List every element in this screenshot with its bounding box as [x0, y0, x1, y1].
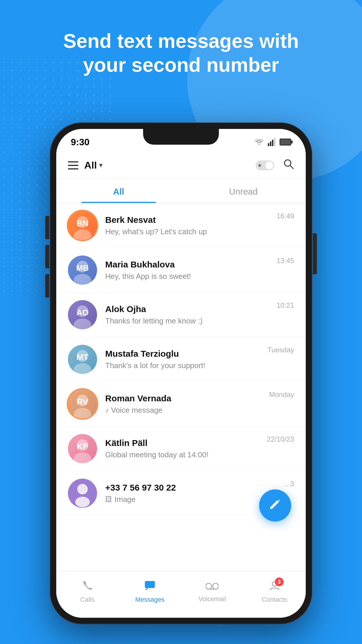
message-content: Berk Nesvat Hey, what's up? Let's catch …	[105, 215, 272, 236]
list-item[interactable]: BN Berk Nesvat Hey, what's up? Let's cat…	[56, 203, 306, 248]
svg-point-10	[74, 274, 91, 285]
tab-unread[interactable]: Unread	[181, 178, 306, 203]
battery-icon	[280, 139, 291, 146]
svg-text:MT: MT	[77, 353, 88, 362]
signal-icon	[268, 138, 276, 146]
svg-text:KP: KP	[77, 442, 88, 451]
message-time: Monday	[269, 389, 294, 399]
message-content: Maria Bukhalova Hey, this App is so swee…	[105, 260, 272, 281]
star-toggle[interactable]: ★	[256, 160, 274, 170]
message-time: 10:21	[277, 300, 294, 309]
message-content: Roman Vernada ♪ Voice message	[105, 393, 265, 415]
contacts-badge-container: 3	[269, 580, 280, 594]
avatar: BN	[68, 211, 97, 240]
message-content: Alok Ojha Thanks for letting me know :)	[105, 304, 272, 326]
message-time: 13:45	[277, 256, 294, 265]
svg-point-28	[213, 583, 219, 589]
message-preview: Thanks for letting me know :)	[105, 316, 272, 326]
star-icon: ★	[257, 162, 262, 169]
app-header: All ▾ ★	[56, 152, 306, 178]
message-name: Maria Bukhalova	[105, 260, 272, 270]
tab-all[interactable]: All	[56, 178, 181, 203]
list-item[interactable]: KP Kätlin Päll Global meeting today at 1…	[56, 426, 306, 471]
message-content: Kätlin Päll Global meeting today at 14:0…	[105, 438, 262, 459]
voice-icon: ♪	[105, 406, 109, 414]
nav-item-messages[interactable]: Messages	[119, 580, 181, 603]
svg-text:BN: BN	[77, 219, 88, 228]
svg-point-19	[74, 408, 91, 419]
tabs: All Unread	[56, 178, 306, 203]
message-preview: Hey, this App is so sweet!	[105, 272, 272, 281]
message-time: 22/10/23	[267, 434, 294, 443]
message-time: ...3	[284, 479, 294, 488]
avatar: AO	[68, 300, 97, 329]
nav-item-calls[interactable]: Calls	[56, 580, 119, 603]
message-name: Kätlin Päll	[105, 438, 262, 448]
message-content: Mustafa Terzioglu Thank's a lot for your…	[105, 349, 263, 370]
list-item[interactable]: AO Alok Ojha Thanks for letting me know …	[56, 293, 306, 337]
header-title-text: All	[84, 160, 97, 171]
svg-line-5	[290, 165, 293, 169]
message-preview: Thank's a lot for your support!	[105, 361, 263, 370]
message-name: +33 7 56 97 30 22	[105, 483, 280, 493]
message-time: Tuesday	[268, 345, 294, 354]
message-preview: Global meeting today at 14:00!	[105, 450, 262, 459]
list-item[interactable]: RV Roman Vernada ♪ Voice message Monday	[56, 382, 306, 426]
message-time: 16:49	[277, 211, 294, 220]
svg-rect-3	[274, 138, 275, 146]
nav-label-voicemail: Voicemail	[198, 595, 226, 603]
avatar: MB	[68, 256, 97, 285]
calls-icon	[82, 580, 93, 594]
message-preview: ♪ Voice message	[105, 406, 265, 415]
wifi-icon	[254, 138, 264, 146]
header-title[interactable]: All ▾	[84, 160, 102, 171]
avatar: RV	[68, 389, 97, 419]
message-name: Mustafa Terzioglu	[105, 349, 263, 359]
phone-screen: 9:30	[56, 129, 306, 618]
bottom-nav: Calls Messages	[56, 571, 306, 618]
search-button[interactable]	[283, 158, 294, 172]
header-right: ★	[256, 158, 294, 172]
svg-rect-0	[268, 143, 269, 146]
nav-label-contacts: Contacts	[262, 596, 287, 603]
phone-notch	[143, 129, 219, 145]
svg-point-13	[74, 318, 91, 329]
svg-text:AO: AO	[76, 308, 89, 317]
avatar: KP	[68, 434, 97, 463]
avatar	[68, 479, 97, 508]
message-name: Alok Ojha	[105, 304, 272, 314]
nav-item-contacts[interactable]: 3 Contacts	[243, 580, 306, 603]
message-preview: Hey, what's up? Let's catch up	[105, 227, 272, 236]
nav-label-messages: Messages	[135, 596, 164, 603]
voicemail-icon	[206, 580, 219, 593]
phone-mockup: 9:30	[50, 123, 312, 624]
status-icons	[254, 138, 291, 146]
hamburger-menu[interactable]	[68, 161, 78, 169]
svg-point-7	[74, 229, 91, 240]
svg-rect-26	[145, 581, 155, 588]
list-item[interactable]: MB Maria Bukhalova Hey, this App is so s…	[56, 248, 306, 293]
svg-rect-2	[272, 140, 273, 146]
svg-text:RV: RV	[77, 397, 88, 406]
image-icon: 🖼	[105, 495, 112, 503]
message-name: Roman Vernada	[105, 393, 265, 403]
status-time: 9:30	[71, 137, 89, 148]
svg-point-24	[77, 484, 88, 494]
messages-list: BN Berk Nesvat Hey, what's up? Let's cat…	[56, 203, 306, 571]
hero-text: Send text messages with your second numb…	[0, 29, 362, 77]
messages-icon	[144, 580, 155, 594]
dropdown-arrow: ▾	[99, 162, 102, 169]
avatar: MT	[68, 345, 97, 374]
svg-text:MB: MB	[76, 263, 89, 272]
list-item[interactable]: MT Mustafa Terzioglu Thank's a lot for y…	[56, 337, 306, 382]
svg-rect-1	[270, 141, 271, 146]
compose-fab[interactable]	[259, 489, 291, 522]
svg-point-27	[206, 583, 212, 589]
svg-point-16	[74, 363, 91, 374]
nav-label-calls: Calls	[80, 596, 95, 603]
compose-icon	[268, 497, 282, 514]
nav-item-voicemail[interactable]: Voicemail	[181, 580, 243, 603]
svg-point-22	[74, 452, 91, 463]
message-name: Berk Nesvat	[105, 215, 272, 225]
message-content: +33 7 56 97 30 22 🖼 Image	[105, 483, 280, 504]
